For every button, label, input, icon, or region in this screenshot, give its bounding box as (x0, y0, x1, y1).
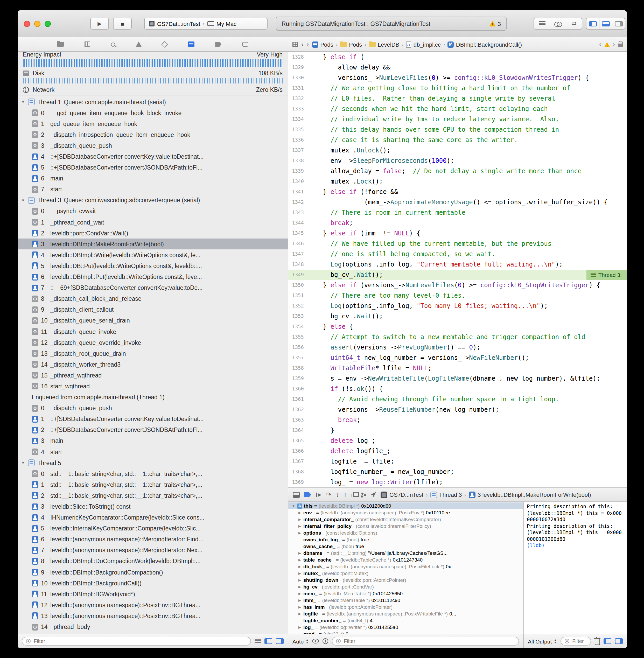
disclosure-triangle-icon[interactable]: ▶ (298, 578, 302, 582)
code-line[interactable]: 1332 // L0 files. Rather than delaying a… (288, 93, 627, 104)
code-line[interactable]: 1366 delete logfile_; (288, 446, 627, 456)
stack-frame-row[interactable]: 7leveldb::(anonymous namespace)::Merging… (18, 545, 288, 556)
stack-frame-row[interactable]: 1gcd_queue_item_enqueue_hook (18, 118, 288, 129)
report-navigator-icon[interactable] (242, 42, 248, 47)
variable-row[interactable]: ▶has_imm_(leveldb::port::AtomicPointer) (288, 604, 523, 610)
stack-frame-row[interactable]: 12leveldb::(anonymous namespace)::PosixE… (18, 600, 288, 611)
variable-row[interactable]: ▶logfile_=(leveldb::(anonymous namespace… (288, 610, 523, 617)
code-line[interactable]: 1369 log_ = new log::Writer(lfile); (288, 477, 627, 487)
zoom-button[interactable] (45, 21, 51, 27)
simulate-location-button[interactable] (371, 492, 376, 497)
navigator-filter-input[interactable] (33, 638, 247, 644)
stack-frame-row[interactable]: 0__gcd_queue_item_enqueue_hook_block_inv… (18, 107, 288, 118)
code-line[interactable]: 1334 // individual write by 1ms to reduc… (288, 114, 627, 124)
breakpoints-button[interactable] (304, 492, 311, 497)
code-line[interactable]: 1357 uint64_t new_log_number = versions_… (288, 353, 627, 363)
code-line[interactable]: 1337 mutex_.Unlock(); (288, 145, 627, 156)
code-line[interactable]: 1345 } else if (imm_ != NULL) { (288, 228, 627, 239)
thread-header[interactable]: ▼Thread 3Queue: com.iwascoding.sdbconver… (18, 195, 288, 206)
stack-frame-row[interactable]: 5leveldb::DB::Put(leveldb::WriteOptions … (18, 260, 288, 271)
step-over-button[interactable]: ↷ (326, 492, 331, 498)
disclosure-triangle-icon[interactable]: ▼ (21, 198, 25, 203)
breadcrumb-item[interactable]: Pods (312, 41, 333, 47)
pane-toggle-icon[interactable] (264, 638, 272, 644)
flatten-frames-icon[interactable] (255, 639, 261, 643)
clear-console-icon[interactable] (595, 639, 600, 645)
code-line[interactable]: 1338 env_->SleepForMicroseconds(1000); (288, 156, 627, 166)
disclosure-triangle-icon[interactable]: ▶ (298, 531, 302, 535)
code-line[interactable]: 1365 delete log_; (288, 435, 627, 446)
stack-frame-row[interactable]: 13leveldb::(anonymous namespace)::PosixE… (18, 611, 288, 621)
forward-button[interactable]: › (307, 41, 309, 48)
stack-frame-row[interactable]: 11_dispatch_queue_invoke (18, 326, 288, 337)
stack-frame-row[interactable]: 0_dispatch_queue_push (18, 403, 288, 413)
stack-frame-row[interactable]: 5::+[SDBDatabaseConverter convertJSONDBA… (18, 162, 288, 173)
stack-frame-row[interactable]: 4leveldb::DBImpl::Write(leveldb::WriteOp… (18, 250, 288, 260)
stack-frame-row[interactable]: 3main (18, 435, 288, 447)
code-line[interactable]: 1330 versions_->NumLevelFiles(0) >= conf… (288, 73, 627, 83)
disk-gauge-row[interactable]: Disk 108 KB/s (18, 68, 288, 78)
energy-gauge-row[interactable]: Energy Impact Very High (18, 52, 288, 59)
breakpoint-navigator-icon[interactable] (215, 42, 222, 47)
continue-button[interactable]: ▶ (316, 492, 321, 497)
stack-frame-row[interactable]: 2_dispatch_introspection_queue_item_enqu… (18, 129, 288, 140)
stack-frame-row[interactable]: 3_dispatch_queue_push (18, 140, 288, 151)
code-line[interactable]: 1348 Log(options_.info_log, "Current mem… (288, 259, 627, 270)
run-button[interactable]: ▶ (90, 18, 109, 29)
project-navigator-icon[interactable] (57, 42, 64, 47)
quicklook-icon[interactable] (312, 639, 319, 643)
warning-icon[interactable] (604, 42, 610, 47)
stack-frame-row[interactable]: 4IHNumericKeyComparator::Compare(leveldb… (18, 512, 288, 523)
variable-row[interactable]: ▶internal_filter_policy_(const leveldb::… (288, 523, 523, 529)
code-line[interactable]: 1363 break; (288, 415, 627, 425)
variables-scope-popup[interactable]: Auto ▲▼ (293, 638, 308, 644)
code-line[interactable]: 1333 // seconds when we hit the hard lim… (288, 104, 627, 114)
disclosure-triangle-icon[interactable]: ▶ (298, 605, 302, 609)
code-line[interactable]: 1355 // Attempt to switch to a new memta… (288, 332, 627, 342)
code-line[interactable]: 1349 bg_cv_.Wait();Thread 3: (288, 270, 627, 280)
code-line[interactable]: 1367 logfile_ = lfile; (288, 456, 627, 467)
code-line[interactable]: 1344 break; (288, 218, 627, 228)
disclosure-triangle-icon[interactable]: ▶ (298, 524, 302, 528)
code-line[interactable]: 1343 // There is room in current memtabl… (288, 207, 627, 218)
scheme-name[interactable]: GS7Dat...ionTest (157, 21, 200, 27)
breadcrumb-item[interactable]: db_impl.cc (406, 41, 441, 47)
stack-frame-row[interactable]: 8_dispatch_call_block_and_release (18, 293, 288, 304)
variable-row[interactable]: ▶bg_cv_(leveldb::port::CondVar) (288, 583, 523, 590)
code-line[interactable]: 1356 assert(versions_->PrevLogNumber() =… (288, 342, 627, 353)
console-output-popup[interactable]: All Output ▲▼ (528, 638, 557, 644)
stack-frame-row[interactable]: 16start_wqthread (18, 381, 288, 392)
code-line[interactable]: 1351 // There are too many level-0 files… (288, 290, 627, 301)
print-description-icon[interactable] (323, 638, 328, 644)
back-button[interactable]: ‹ (301, 41, 304, 48)
variable-row[interactable]: logfile_number_=(uint64_t)4 (288, 617, 523, 624)
stack-frame-row[interactable]: 9leveldb::DBImpl::BackgroundCompaction() (18, 567, 288, 577)
code-line[interactable]: 1360 if (!s.ok()) { (288, 384, 627, 394)
related-items-icon[interactable] (293, 42, 298, 47)
toggle-navigator-button[interactable] (586, 18, 599, 29)
thread-header[interactable]: ▼Thread 5 (18, 457, 288, 468)
variable-row[interactable]: ▶shutting_down_(leveldb::port::AtomicPoi… (288, 576, 523, 583)
console-view[interactable]: Printing description of this:(leveldb::D… (524, 502, 627, 634)
code-line[interactable]: 1353 bg_cv_.Wait(); (288, 311, 627, 321)
disclosure-triangle-icon[interactable]: ▶ (298, 510, 302, 515)
variable-row[interactable]: ▶table_cache_=(leveldb::TableCache *)0x1… (288, 557, 523, 563)
code-line[interactable]: 1328 } else if ( (288, 52, 627, 62)
assistant-editor-button[interactable] (550, 18, 566, 29)
breadcrumb-item[interactable]: Pods (340, 41, 362, 47)
stack-frame-row[interactable]: 3leveldb::DBImpl::MakeRoomForWrite(bool) (18, 239, 288, 249)
stack-frame-row[interactable]: 10leveldb::DBImpl::BackgroundCall() (18, 577, 288, 589)
stack-frame-row[interactable]: 11leveldb::DBImpl::BGWork(void*) (18, 589, 288, 599)
disclosure-triangle-icon[interactable]: ▶ (298, 564, 302, 569)
stack-frame-row[interactable]: 1_pthread_cond_wait (18, 217, 288, 228)
version-editor-button[interactable]: ⇄ (566, 18, 582, 29)
variable-row[interactable]: ▶dbname_=(std::__1::string)"/Users/ilja/… (288, 550, 523, 557)
disclosure-triangle-icon[interactable]: ▶ (298, 591, 302, 595)
source-editor[interactable]: 1328 } else if (1329 allow_delay &&1330 … (288, 52, 627, 487)
toggle-variables-view-icon[interactable] (603, 638, 611, 644)
stack-frame-row[interactable]: 12_dispatch_queue_override_invoke (18, 337, 288, 348)
stack-frame-row[interactable]: 3leveldb::Slice::ToString() const (18, 501, 288, 512)
previous-issue-button[interactable]: ‹ (599, 41, 601, 48)
variable-row[interactable]: owns_info_log_=(bool)true (288, 536, 523, 543)
step-out-button[interactable]: ↑ (344, 492, 347, 498)
